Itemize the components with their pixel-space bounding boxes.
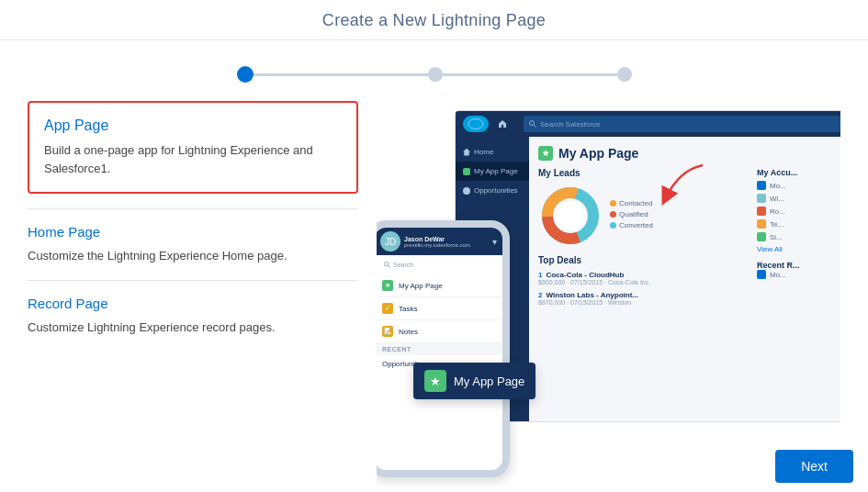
- mobile-tasks-label: Tasks: [399, 305, 417, 313]
- accu-4: Te...: [757, 219, 840, 229]
- page-title: Create a New Lightning Page: [0, 0, 868, 40]
- donut-container: Contacted Qualified Conver: [538, 184, 750, 248]
- mobile-user-info: Jason DeWar prestillo.my.salesforce.com: [404, 236, 489, 248]
- floating-tooltip: ★ My App Page: [413, 363, 535, 399]
- mobile-username: Jason DeWar: [404, 236, 489, 242]
- accu-2-icon: [757, 194, 766, 203]
- right-panel: Search Salesforce Home My App Page: [377, 101, 840, 486]
- mobile-search-placeholder: Search: [393, 262, 413, 268]
- app-page-option[interactable]: App Page Build a one-page app for Lightn…: [28, 101, 358, 194]
- record-page-option[interactable]: Record Page Customize Lightning Experien…: [28, 296, 358, 337]
- mobile-nav-app: ★ My App Page: [377, 274, 502, 297]
- deal-2-num: 2: [538, 291, 542, 299]
- top-deals-title: Top Deals: [538, 255, 750, 265]
- mobile-nav-notes: 📝 Notes: [377, 320, 502, 343]
- deal-2-sub: $870,000 · 07/15/2015 · Winston: [538, 299, 750, 306]
- progress-line-2: [443, 73, 617, 76]
- sidebar-home: Home: [456, 142, 529, 162]
- accu-1-text: Mo...: [770, 182, 786, 190]
- svg-point-9: [556, 201, 585, 230]
- legend-contacted: Contacted: [610, 199, 653, 207]
- mobile-search-icon: [384, 262, 390, 268]
- mobile-topbar: JD Jason DeWar prestillo.my.salesforce.c…: [377, 228, 502, 255]
- legend-converted: Converted: [610, 221, 653, 229]
- app-page-star-icon: ★: [538, 146, 553, 161]
- mobile-app-label: My App Page: [399, 282, 443, 290]
- tooltip-text: My App Page: [454, 375, 524, 388]
- mobile-dropdown-icon: ▾: [492, 237, 497, 247]
- preview-wrapper: Search Salesforce Home My App Page: [377, 101, 840, 486]
- divider-1: [28, 208, 358, 209]
- sidebar-opportunities: Opportunities: [456, 181, 529, 200]
- accu-3-icon: [757, 207, 766, 216]
- sidebar-my-app-page: My App Page: [456, 162, 529, 181]
- recent-r-icon: [757, 270, 766, 279]
- mobile-notes-icon: 📝: [382, 326, 393, 337]
- nav-icon-home: [494, 116, 511, 132]
- progress-step-3: [617, 67, 632, 82]
- top-deals: Top Deals 1 Coca-Cola - CloudHub $900,00…: [538, 255, 750, 306]
- deal-1: 1 Coca-Cola - CloudHub $900,000 · 07/15/…: [538, 271, 750, 285]
- accu-2: Wi...: [757, 194, 840, 203]
- main-content: App Page Build a one-page app for Lightn…: [0, 101, 868, 486]
- right-col: My Accu... Mo... Wi...: [757, 168, 840, 311]
- accu-3: Ro...: [757, 207, 840, 216]
- app-page-nav-icon: [463, 168, 470, 175]
- converted-dot: [610, 222, 616, 229]
- recent-r-title: Recent R...: [757, 261, 840, 270]
- leads-panel-title: My Leads: [538, 168, 750, 178]
- record-page-title: Record Page: [28, 296, 358, 311]
- left-panel: App Page Build a one-page app for Lightn…: [28, 101, 358, 486]
- home-nav-icon: [463, 149, 470, 156]
- accu-4-text: Te...: [770, 220, 783, 229]
- sidebar-opp-label: Opportunities: [474, 186, 518, 195]
- deal-1-sub: $900,000 · 07/15/2015 · Coca-Cola Inc.: [538, 279, 750, 285]
- progress-step-2: [428, 67, 443, 82]
- progress-bar: [0, 40, 868, 101]
- mobile-subtitle: prestillo.my.salesforce.com: [404, 242, 489, 248]
- opp-nav-icon: [463, 187, 470, 195]
- search-placeholder: Search Salesforce: [540, 120, 600, 129]
- desktop-topbar: Search Salesforce: [456, 111, 840, 137]
- mobile-tasks-icon: ✓: [382, 303, 393, 314]
- leads-panel: My Leads: [538, 168, 750, 311]
- arrow-indicator: [652, 156, 707, 215]
- mobile-nav: ★ My App Page ✓ Tasks 📝 Notes: [377, 274, 502, 343]
- mobile-nav-tasks: ✓ Tasks: [377, 297, 502, 320]
- footer: Next: [761, 441, 868, 492]
- desktop-search: Search Salesforce: [524, 116, 840, 132]
- mobile-notes-label: Notes: [399, 328, 418, 336]
- accu-5-text: Si...: [770, 233, 783, 241]
- home-page-option[interactable]: Home Page Customize the Lightning Experi…: [28, 224, 358, 265]
- next-button[interactable]: Next: [775, 450, 853, 483]
- desktop-main-title-text: My App Page: [558, 146, 638, 161]
- divider-2: [28, 280, 358, 281]
- qualified-dot: [610, 211, 616, 218]
- mobile-inner: JD Jason DeWar prestillo.my.salesforce.c…: [377, 228, 502, 470]
- app-page-title: App Page: [44, 117, 342, 134]
- recent-r-text: Mo...: [770, 271, 786, 279]
- deal-2: 2 Winston Labs - Anypoint... $870,000 · …: [538, 291, 750, 306]
- deal-2-name: Winston Labs - Anypoint...: [546, 291, 638, 299]
- mobile-avatar: JD: [380, 231, 400, 252]
- home-page-desc: Customize the Lightning Experience Home …: [28, 247, 358, 265]
- accu-1-icon: [757, 181, 766, 190]
- accu-3-text: Ro...: [770, 207, 785, 216]
- deal-1-num: 1: [538, 271, 542, 279]
- accu-1: Mo...: [757, 181, 840, 190]
- svg-point-10: [384, 262, 388, 265]
- legend-qualified: Qualified: [610, 210, 653, 218]
- accu-4-icon: [757, 219, 766, 229]
- recent-r-1: Mo...: [757, 270, 840, 279]
- converted-label: Converted: [619, 221, 653, 229]
- view-all: View All: [757, 245, 840, 253]
- qualified-label: Qualified: [619, 210, 648, 218]
- svg-point-1: [469, 119, 477, 125]
- accu-5-icon: [757, 232, 766, 241]
- svg-line-5: [534, 125, 536, 128]
- record-page-desc: Customize Lightning Experience record pa…: [28, 319, 358, 337]
- sidebar-home-label: Home: [474, 148, 493, 156]
- progress-step-1: [237, 66, 254, 83]
- mobile-mockup: JD Jason DeWar prestillo.my.salesforce.c…: [377, 220, 510, 477]
- svg-point-2: [477, 121, 483, 126]
